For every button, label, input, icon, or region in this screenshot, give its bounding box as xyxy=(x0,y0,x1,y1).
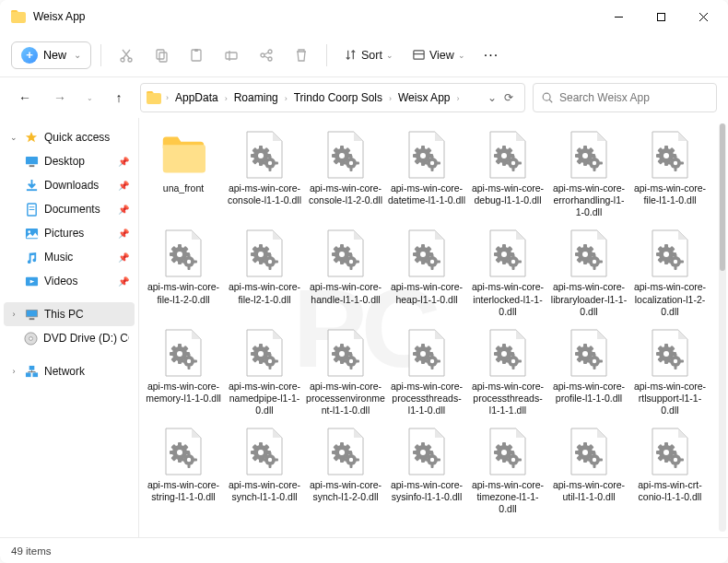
item-icon xyxy=(24,202,39,217)
file-item[interactable]: api-ms-win-crt-conio-l1-1-0.dll xyxy=(629,422,710,519)
breadcrumb-item[interactable]: Roaming xyxy=(232,91,280,104)
file-item[interactable]: api-ms-win-core-synch-l1-2-0.dll xyxy=(305,422,386,519)
file-item[interactable]: api-ms-win-core-processenvironment-l1-1-… xyxy=(305,323,386,420)
dll-icon xyxy=(405,426,449,477)
file-label: api-ms-win-core-libraryloader-l1-1-0.dll xyxy=(549,279,628,317)
chevron-right-icon: › xyxy=(452,94,464,103)
file-item[interactable]: api-ms-win-core-console-l1-1-0.dll xyxy=(224,125,305,222)
file-label: api-ms-win-core-interlocked-l1-1-0.dll xyxy=(468,279,547,317)
sidebar-this-pc[interactable]: › This PC xyxy=(4,302,135,326)
file-item[interactable]: api-ms-win-core-processthreads-l1-1-0.dl… xyxy=(386,323,467,420)
dll-icon xyxy=(242,129,287,181)
file-item[interactable]: api-ms-win-core-util-l1-1-0.dll xyxy=(548,422,629,519)
sidebar-item-label: Pictures xyxy=(44,227,84,240)
dll-icon xyxy=(323,327,368,379)
file-item[interactable]: api-ms-win-core-libraryloader-l1-1-0.dll xyxy=(548,224,629,321)
dll-icon xyxy=(405,228,449,279)
up-button[interactable]: ↑ xyxy=(105,84,133,111)
rename-button[interactable] xyxy=(216,41,247,70)
file-item[interactable]: api-ms-win-core-console-l1-2-0.dll xyxy=(305,125,386,222)
file-label: api-ms-win-core-handle-l1-1-0.dll xyxy=(306,279,385,316)
new-button[interactable]: + New ⌄ xyxy=(11,41,91,69)
file-label: api-ms-win-core-file-l1-1-0.dll xyxy=(630,181,710,217)
forward-button[interactable]: → xyxy=(46,84,74,111)
copy-button[interactable] xyxy=(146,41,177,70)
file-item[interactable]: api-ms-win-core-profile-l1-1-0.dll xyxy=(548,323,629,420)
pin-icon: 📌 xyxy=(118,181,129,191)
recent-button[interactable]: ⌄ xyxy=(81,84,98,111)
file-item[interactable]: api-ms-win-core-processthreads-l1-1-1.dl… xyxy=(467,323,548,420)
file-label: api-ms-win-core-file-l2-1-0.dll xyxy=(225,279,304,316)
folder-item[interactable]: una_front xyxy=(143,125,224,222)
sidebar-item-label: Music xyxy=(44,251,73,264)
file-item[interactable]: api-ms-win-core-rtlsupport-l1-1-0.dll xyxy=(629,323,710,420)
sidebar-dvd[interactable]: DVD Drive (D:) CCCC xyxy=(4,326,135,350)
paste-button[interactable] xyxy=(181,41,212,70)
chevron-right-icon: › xyxy=(9,367,18,376)
minimize-button[interactable] xyxy=(597,2,640,31)
file-label: api-ms-win-core-heap-l1-1-0.dll xyxy=(387,279,466,316)
file-item[interactable]: api-ms-win-core-debug-l1-1-0.dll xyxy=(467,125,548,222)
scrollbar-thumb[interactable] xyxy=(720,123,725,271)
folder-icon xyxy=(147,91,161,104)
file-item[interactable]: api-ms-win-core-timezone-l1-1-0.dll xyxy=(467,422,548,519)
sidebar-item[interactable]: Videos📌 xyxy=(4,269,135,293)
plus-icon: + xyxy=(21,47,38,64)
file-item[interactable]: api-ms-win-core-handle-l1-1-0.dll xyxy=(305,224,386,321)
sidebar-network[interactable]: › Network xyxy=(4,359,135,383)
sidebar-item[interactable]: Documents📌 xyxy=(4,197,135,221)
breadcrumb-item[interactable]: Trindo Coorp Sols xyxy=(292,91,384,104)
breadcrumb-dropdown[interactable]: ⌄ xyxy=(487,91,497,104)
sidebar-item-label: Desktop xyxy=(44,155,85,168)
cut-button[interactable] xyxy=(111,41,142,70)
title-bar: Weisx App xyxy=(0,0,728,33)
pin-icon: 📌 xyxy=(118,229,129,239)
file-item[interactable]: api-ms-win-core-datetime-l1-1-0.dll xyxy=(386,125,467,222)
search-box[interactable] xyxy=(533,83,717,112)
file-label: api-ms-win-core-console-l1-2-0.dll xyxy=(306,181,385,217)
scrollbar[interactable] xyxy=(719,123,726,532)
file-item[interactable]: api-ms-win-core-memory-l1-1-0.dll xyxy=(143,323,224,420)
delete-button[interactable] xyxy=(286,41,317,70)
file-item[interactable]: api-ms-win-core-file-l1-1-0.dll xyxy=(629,125,710,222)
refresh-button[interactable]: ⟳ xyxy=(504,91,513,104)
share-button[interactable] xyxy=(251,41,282,70)
separator xyxy=(326,44,327,66)
sidebar-item[interactable]: Pictures📌 xyxy=(4,221,135,245)
breadcrumb-item[interactable]: AppData xyxy=(173,91,220,104)
file-label: api-ms-win-core-debug-l1-1-0.dll xyxy=(468,181,547,217)
file-item[interactable]: api-ms-win-core-synch-l1-1-0.dll xyxy=(224,422,305,519)
file-item[interactable]: api-ms-win-core-heap-l1-1-0.dll xyxy=(386,224,467,321)
view-button[interactable]: View ⌄ xyxy=(405,43,473,66)
toolbar: + New ⌄ Sort ⌄ View ⌄ ··· xyxy=(0,33,728,77)
dll-icon xyxy=(486,129,530,181)
maximize-button[interactable] xyxy=(640,2,682,31)
window-title: Weisx App xyxy=(33,10,597,23)
dll-icon xyxy=(567,228,611,279)
network-icon xyxy=(24,364,39,379)
sidebar-item[interactable]: Desktop📌 xyxy=(4,149,135,173)
more-button[interactable]: ··· xyxy=(476,43,506,67)
file-item[interactable]: api-ms-win-core-namedpipe-l1-1-0.dll xyxy=(224,323,305,420)
file-item[interactable]: api-ms-win-core-file-l2-1-0.dll xyxy=(224,224,305,321)
main-area: ⌄ Quick access Desktop📌Downloads📌Documen… xyxy=(0,118,728,537)
sidebar-item[interactable]: Music📌 xyxy=(4,245,135,269)
breadcrumb-item[interactable]: Weisx App xyxy=(396,91,452,104)
item-icon xyxy=(24,274,39,288)
close-button[interactable] xyxy=(682,2,724,31)
sidebar-item[interactable]: Downloads📌 xyxy=(4,173,135,197)
back-button[interactable]: ← xyxy=(11,84,39,111)
file-item[interactable]: api-ms-win-core-interlocked-l1-1-0.dll xyxy=(467,224,548,321)
dll-icon xyxy=(161,228,205,279)
file-item[interactable]: api-ms-win-core-localization-l1-2-0.dll xyxy=(629,224,710,321)
file-item[interactable]: api-ms-win-core-string-l1-1-0.dll xyxy=(143,422,224,519)
file-label: api-ms-win-core-console-l1-1-0.dll xyxy=(225,181,304,217)
file-item[interactable]: api-ms-win-core-file-l1-2-0.dll xyxy=(143,224,224,321)
search-input[interactable] xyxy=(559,91,709,104)
sidebar-quick-access[interactable]: ⌄ Quick access xyxy=(4,125,135,149)
sort-button[interactable]: Sort ⌄ xyxy=(336,43,401,66)
breadcrumb[interactable]: › AppData›Roaming›Trindo Coorp Sols›Weis… xyxy=(140,83,525,112)
file-item[interactable]: api-ms-win-core-errorhandling-l1-1-0.dll xyxy=(548,125,629,222)
file-item[interactable]: api-ms-win-core-sysinfo-l1-1-0.dll xyxy=(386,422,467,519)
file-label: api-ms-win-core-string-l1-1-0.dll xyxy=(144,477,223,514)
